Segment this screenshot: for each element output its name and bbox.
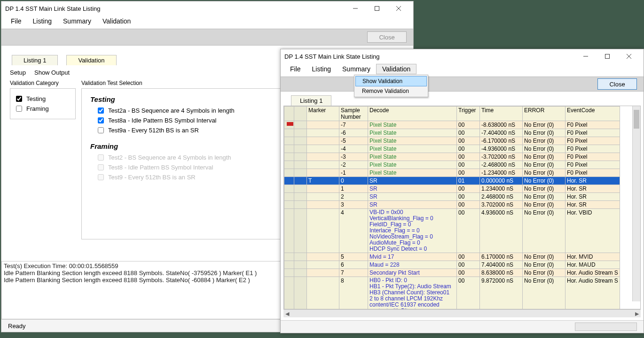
toolbar-win1: Close (1, 29, 413, 46)
table-row[interactable]: -5Pixel State00-6.170000 nSNo Error (0)F… (284, 137, 620, 145)
table-row[interactable]: -7Pixel State00-8.638000 nSNo Error (0)F… (284, 121, 620, 129)
validation-category-label: Validation Category (10, 80, 76, 86)
menubar-win1: File Listing Summary Validation (1, 15, 413, 29)
col-event[interactable]: EventCode (565, 107, 620, 121)
menu-listing[interactable]: Listing (27, 16, 57, 26)
close-button[interactable]: Close (597, 78, 637, 90)
row-marker-icon (287, 122, 293, 126)
table-row[interactable]: -3Pixel State00-3.702000 nSNo Error (0)F… (284, 153, 620, 161)
table-row[interactable]: -4Pixel State00-4.936000 nSNo Error (0)F… (284, 145, 620, 153)
category-framing[interactable]: Framing (14, 104, 71, 113)
subbar-show-output[interactable]: Show Output (34, 69, 70, 76)
scroll-left-icon[interactable]: ◀ (283, 311, 291, 317)
col-marker[interactable]: Marker (307, 107, 339, 121)
table-row[interactable]: 1SR001.234000 nSNo Error (0)Hor. SR (284, 185, 620, 193)
scroll-right-icon[interactable]: ▶ (633, 311, 641, 317)
menu-file[interactable]: File (284, 64, 306, 74)
tab-listing1[interactable]: Listing 1 (291, 95, 331, 106)
minimize-icon[interactable] (575, 49, 597, 63)
col-sample[interactable]: Sample Number (339, 107, 368, 121)
close-button[interactable]: Close (367, 31, 407, 43)
table-row[interactable]: 6Maud = 228007.404000 nSNo Error (0)Hor.… (284, 261, 620, 269)
window-title: DP 1.4 SST Main Link State Listing (284, 53, 575, 60)
progress-box (575, 323, 637, 331)
dropdown-remove-validation[interactable]: Remove Validation (355, 86, 427, 96)
maximize-icon[interactable] (366, 1, 388, 15)
svg-line-7 (627, 54, 631, 59)
table-row[interactable]: 5Mvid = 17006.170000 nSNo Error (0)Hor. … (284, 253, 620, 261)
table-row[interactable]: -2Pixel State00-2.468000 nSNo Error (0)F… (284, 161, 620, 169)
table-header-row: Marker Sample Number Decode Trigger Time… (284, 107, 620, 121)
statusbar-win2 (281, 320, 644, 333)
category-testing-checkbox[interactable] (16, 96, 22, 102)
validation-dropdown: Show Validation Remove Validation (354, 75, 428, 97)
col-error[interactable]: ERROR (523, 107, 565, 121)
tab-validation[interactable]: Validation (66, 55, 116, 65)
titlebar-win1: DP 1.4 SST Main Link State Listing (1, 1, 413, 15)
maximize-icon[interactable] (597, 49, 618, 63)
table-row[interactable]: 4VB-ID = 0x00 VerticalBlanking_Flag = 0 … (284, 209, 620, 253)
titlebar-win2: DP 1.4 SST Main Link State Listing (281, 49, 644, 63)
table-row[interactable]: 3SR003.702000 nSNo Error (0)Hor. SR (284, 201, 620, 209)
menu-listing[interactable]: Listing (306, 64, 337, 74)
close-icon[interactable] (618, 49, 640, 63)
category-testing[interactable]: Testing (14, 94, 71, 103)
col-decode[interactable]: Decode (368, 107, 457, 121)
svg-line-3 (396, 6, 401, 11)
table-row[interactable]: -6Pixel State00-7.404000 nSNo Error (0)F… (284, 129, 620, 137)
horizontal-scrollbar[interactable]: ◀ ▶ (283, 309, 641, 317)
category-framing-checkbox[interactable] (16, 106, 22, 112)
table-row[interactable]: 7Secondary Pkt Start008.638000 nSNo Erro… (284, 269, 620, 277)
vertical-scrollbar[interactable] (632, 106, 640, 301)
menu-file[interactable]: File (5, 16, 27, 26)
menubar-win2: File Listing Summary Validation Show Val… (281, 63, 644, 77)
svg-line-2 (396, 6, 401, 11)
col-trigger[interactable]: Trigger (457, 107, 480, 121)
window-title: DP 1.4 SST Main Link State Listing (5, 5, 345, 12)
col-time[interactable]: Time (480, 107, 523, 121)
menu-summary[interactable]: Summary (337, 64, 376, 74)
table-row[interactable]: T0SR010.000000 nSNo Error (0)Hor. SR (284, 177, 620, 185)
data-grid[interactable]: Marker Sample Number Decode Trigger Time… (283, 106, 641, 309)
menu-validation[interactable]: Validation (97, 16, 136, 26)
subbar-setup[interactable]: Setup (10, 69, 26, 76)
table-row[interactable]: -1Pixel State00-1.234000 nSNo Error (0)F… (284, 169, 620, 177)
table-row[interactable]: 2SR002.468000 nSNo Error (0)Hor. SR (284, 193, 620, 201)
toolbar-win2: Close (281, 77, 644, 92)
close-icon[interactable] (388, 1, 409, 15)
menu-validation[interactable]: Validation (376, 64, 416, 74)
status-text: Ready (8, 323, 26, 330)
table-row[interactable]: 8HB0 - Pkt ID: 0HB1 - Pkt Type(2): Audio… (284, 277, 620, 309)
svg-rect-1 (375, 7, 379, 11)
minimize-icon[interactable] (345, 1, 366, 15)
menu-summary[interactable]: Summary (57, 16, 97, 26)
tab-listing1[interactable]: Listing 1 (12, 55, 58, 65)
dropdown-show-validation[interactable]: Show Validation (355, 76, 427, 86)
svg-rect-5 (605, 54, 610, 59)
validation-category-box: Testing Framing (10, 88, 76, 119)
svg-line-6 (627, 54, 631, 59)
